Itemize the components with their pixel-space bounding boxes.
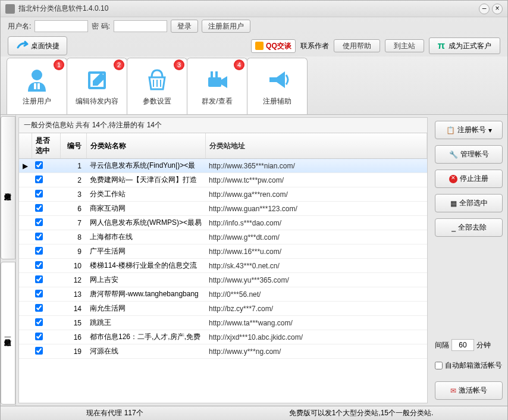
remove-all-button[interactable]: ⎯全部去除 [435,218,503,237]
vtab-large-sites[interactable]: 大型分类信息站 [1,116,15,259]
minimize-button[interactable]: – [479,4,490,14]
tab-label: 编辑待发内容 [76,96,118,106]
password-label: 密 码: [92,21,110,32]
row-name: 南允生活网 [86,302,205,316]
arrow-icon [15,39,29,52]
vtab-general-sites[interactable]: 一般分类信息站 [1,262,15,405]
header-check[interactable]: 是否选中 [32,133,60,159]
password-input[interactable] [114,20,167,32]
row-checkbox[interactable] [35,204,43,212]
table-row[interactable]: 9广平生活网http://www.16***u.com/ [19,245,427,259]
pi-icon: π [438,40,445,51]
stop-register-button[interactable]: 停止注册 [435,170,503,188]
table-row[interactable]: 14南允生活网http://bz.cy***7.com/ [19,302,427,316]
row-name: 网上吉安 [86,273,205,287]
table-row[interactable]: 19河源在线http://www.y***ng.com/ [19,344,427,359]
edit-icon [82,66,112,93]
row-checkbox[interactable] [35,190,43,198]
tab-masssend[interactable]: 群发/查看 4 [187,58,247,114]
tab-label: 注册辅助 [263,96,291,106]
row-num: 6 [60,202,86,216]
tab-label: 参数设置 [143,96,171,106]
row-checkbox[interactable] [35,161,43,169]
table-row[interactable]: 7网人信息发布系统(WRMPS)><最易http://info.s***dao.… [19,216,427,230]
row-checkbox[interactable] [35,333,43,340]
table-row[interactable]: 12网上吉安http://www.yu***365.com/ [19,273,427,287]
row-checkbox[interactable] [35,347,43,355]
table-row[interactable]: 16都市信息126：二手,人才,房产,免费http://xjxd***10.ab… [19,330,427,344]
statusbar: 现在有代理 117个 免费版可以发1个大型分类站,15个一般分类站. [1,406,507,420]
table-row[interactable]: 15跳跳王http://www.ta***wang.com/ [19,316,427,330]
become-customer-button[interactable]: π 成为正式客户 [429,37,500,54]
mainsite-button[interactable]: 到主站 [385,39,424,52]
secondary-toolbar: 桌面快捷 QQ交谈 联系作者 使用帮助 到主站 π 成为正式客户 [1,35,507,57]
table-row[interactable]: 2免费建网站—【天津百众网】打造http://www.tc***pw.com/ [19,173,427,187]
interval-unit: 分钟 [476,340,491,350]
badge: 4 [234,59,244,70]
tab-register-assist[interactable]: 注册辅助 [247,58,308,114]
row-checkbox[interactable] [35,304,43,312]
table-row[interactable]: 8上海都市在线http://www.g***dt.com/ [19,230,427,245]
row-url: http://www.guan***123.com/ [205,202,427,216]
camera-icon [202,66,232,93]
register-user-button[interactable]: 注册新用户 [202,20,250,33]
user-icon [22,66,52,93]
table-row[interactable]: 3分类工作站http://www.ga***ren.com/ [19,187,427,202]
table-row[interactable]: 6商家互动网http://www.guan***123.com/ [19,202,427,216]
help-button[interactable]: 使用帮助 [334,39,380,52]
row-checkbox[interactable] [35,261,43,269]
select-all-button[interactable]: ▦全部选中 [435,194,503,212]
row-checkbox[interactable] [35,175,43,183]
titlebar: 指北针分类信息软件1.4.0.10 – × [1,1,507,17]
login-button[interactable]: 登录 [171,20,198,33]
header-url[interactable]: 分类站地址 [205,133,427,159]
row-url: http://xjxd***10.abc.jkidc.com/ [205,330,427,344]
tab-settings[interactable]: 参数设置 3 [127,58,187,114]
table-row[interactable]: 13唐河帮帮网-www.tanghebangbanghttp://0***56.… [19,287,427,302]
svg-rect-8 [208,77,221,87]
row-num: 2 [60,173,86,187]
table-row[interactable]: ▶1寻云信息发布系统(FindYun|)><最http://www.365***… [19,159,427,173]
desktop-shortcut-button[interactable]: 桌面快捷 [8,36,67,55]
table-row[interactable]: 10楼梯114-楼梯行业最全的信息交流http://sk.43***0.net.… [19,259,427,273]
tab-register-user[interactable]: 注册用户 1 [7,58,67,114]
site-table-wrap[interactable]: 是否选中 编号 分类站名称 分类站地址 ▶1寻云信息发布系统(FindYun|)… [18,133,428,403]
auto-activate-checkbox[interactable] [435,362,443,369]
row-url: http://www.y***ng.com/ [205,344,427,359]
row-url: http://bz.cy***7.com/ [205,302,427,316]
auto-activate-label: 自动邮箱激活帐号 [445,361,502,371]
row-checkbox[interactable] [35,290,43,297]
row-url: http://sk.43***0.net.cn/ [205,259,427,273]
row-checkbox[interactable] [35,275,43,283]
close-button[interactable]: × [492,4,503,14]
qq-chat-button[interactable]: QQ交谈 [251,39,296,53]
activate-account-button[interactable]: ✉激活帐号 [435,381,503,400]
row-num: 7 [60,216,86,230]
row-url: http://www.yu***365.com/ [205,273,427,287]
row-name: 广平生活网 [86,245,205,259]
auto-activate-row: 自动邮箱激活帐号 [435,361,503,371]
row-num: 12 [60,273,86,287]
row-checkbox[interactable] [35,218,43,226]
interval-input[interactable] [451,339,474,351]
tab-edit-content[interactable]: 编辑待发内容 2 [67,58,127,114]
row-url: http://www.16***u.com/ [205,245,427,259]
megaphone-icon [262,66,292,93]
manage-account-button[interactable]: 🔧管理帐号 [435,145,503,164]
row-checkbox[interactable] [35,233,43,240]
row-checkbox[interactable] [35,318,43,326]
row-name: 河源在线 [86,344,205,359]
customer-label: 成为正式客户 [449,41,491,51]
badge: 1 [54,59,64,70]
register-account-button[interactable]: 📋注册帐号▾ [435,121,503,139]
header-num[interactable]: 编号 [60,133,86,159]
row-url: http://www.tc***pw.com/ [205,173,427,187]
header-name[interactable]: 分类站名称 [86,133,205,159]
vertical-tabs: 大型分类信息站 一般分类信息站 [1,115,16,406]
svg-rect-2 [37,83,40,89]
tab-label: 群发/查看 [202,96,232,106]
username-input[interactable] [35,20,88,32]
row-checkbox[interactable] [35,247,43,255]
badge: 2 [114,59,124,70]
status-proxy: 现在有代理 117个 [8,408,222,418]
